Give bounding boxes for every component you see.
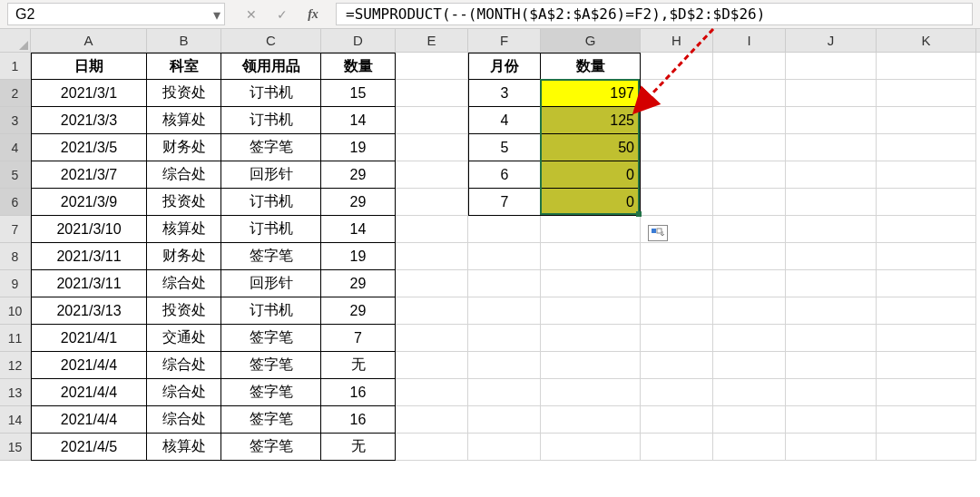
cell-F15[interactable] bbox=[468, 434, 541, 461]
cell-K14[interactable] bbox=[877, 406, 976, 434]
cell-F13[interactable] bbox=[468, 379, 541, 406]
cell-K5[interactable] bbox=[877, 161, 976, 189]
cell-D3[interactable]: 14 bbox=[321, 107, 396, 134]
spreadsheet-grid[interactable]: A B C D E F G H I J K 1日期科室领用用品数量月份数量220… bbox=[0, 29, 980, 461]
cell-G11[interactable] bbox=[541, 325, 641, 352]
row-header[interactable]: 3 bbox=[0, 107, 31, 134]
cell-B6[interactable]: 投资处 bbox=[147, 189, 221, 216]
cell-B5[interactable]: 综合处 bbox=[147, 161, 221, 189]
row-header[interactable]: 8 bbox=[0, 243, 31, 270]
cell-C8[interactable]: 签字笔 bbox=[221, 243, 321, 270]
cell-C9[interactable]: 回形针 bbox=[221, 270, 321, 297]
cell-G5[interactable]: 0 bbox=[541, 161, 641, 189]
cell-K3[interactable] bbox=[877, 107, 976, 134]
cell-A6[interactable]: 2021/3/9 bbox=[31, 189, 147, 216]
cell-C6[interactable]: 订书机 bbox=[221, 189, 321, 216]
row-header[interactable]: 6 bbox=[0, 189, 31, 216]
cell-F9[interactable] bbox=[468, 270, 541, 297]
cell-F10[interactable] bbox=[468, 297, 541, 325]
cell-I14[interactable] bbox=[713, 406, 786, 434]
cell-I2[interactable] bbox=[713, 80, 786, 107]
cell-C2[interactable]: 订书机 bbox=[221, 80, 321, 107]
cell-I15[interactable] bbox=[713, 434, 786, 461]
col-header-K[interactable]: K bbox=[877, 29, 976, 52]
cell-B14[interactable]: 综合处 bbox=[147, 406, 221, 434]
cell-D13[interactable]: 16 bbox=[321, 379, 396, 406]
cell-C15[interactable]: 签字笔 bbox=[221, 434, 321, 461]
cell-B11[interactable]: 交通处 bbox=[147, 325, 221, 352]
cell-E14[interactable] bbox=[396, 406, 468, 434]
cell-C11[interactable]: 签字笔 bbox=[221, 325, 321, 352]
cell-I1[interactable] bbox=[713, 53, 786, 80]
row-header[interactable]: 12 bbox=[0, 352, 31, 379]
cell-K1[interactable] bbox=[877, 53, 976, 80]
cell-B7[interactable]: 核算处 bbox=[147, 216, 221, 243]
cell-K8[interactable] bbox=[877, 243, 976, 270]
fx-icon[interactable]: fx bbox=[305, 7, 321, 22]
cell-F2[interactable]: 3 bbox=[468, 80, 541, 107]
cell-A4[interactable]: 2021/3/5 bbox=[31, 134, 147, 161]
cell-E2[interactable] bbox=[396, 80, 468, 107]
cell-F5[interactable]: 6 bbox=[468, 161, 541, 189]
cell-H15[interactable] bbox=[641, 434, 713, 461]
cell-I6[interactable] bbox=[713, 189, 786, 216]
row-header[interactable]: 14 bbox=[0, 406, 31, 434]
cell-C12[interactable]: 签字笔 bbox=[221, 352, 321, 379]
col-header-E[interactable]: E bbox=[396, 29, 468, 52]
cell-E7[interactable] bbox=[396, 216, 468, 243]
cell-D2[interactable]: 15 bbox=[321, 80, 396, 107]
name-box[interactable]: G2 ▾ bbox=[7, 3, 225, 25]
cell-J10[interactable] bbox=[786, 297, 877, 325]
cell-J3[interactable] bbox=[786, 107, 877, 134]
cell-F12[interactable] bbox=[468, 352, 541, 379]
cell-J9[interactable] bbox=[786, 270, 877, 297]
cell-A7[interactable]: 2021/3/10 bbox=[31, 216, 147, 243]
cell-I9[interactable] bbox=[713, 270, 786, 297]
cell-G1[interactable]: 数量 bbox=[541, 53, 641, 80]
cell-C10[interactable]: 订书机 bbox=[221, 297, 321, 325]
cell-I13[interactable] bbox=[713, 379, 786, 406]
row-header[interactable]: 15 bbox=[0, 434, 31, 461]
cell-A14[interactable]: 2021/4/4 bbox=[31, 406, 147, 434]
cell-D6[interactable]: 29 bbox=[321, 189, 396, 216]
cell-K9[interactable] bbox=[877, 270, 976, 297]
cell-G10[interactable] bbox=[541, 297, 641, 325]
cell-G3[interactable]: 125 bbox=[541, 107, 641, 134]
cell-E12[interactable] bbox=[396, 352, 468, 379]
cell-J11[interactable] bbox=[786, 325, 877, 352]
cell-H8[interactable] bbox=[641, 243, 713, 270]
cell-F8[interactable] bbox=[468, 243, 541, 270]
cell-K7[interactable] bbox=[877, 216, 976, 243]
cell-C7[interactable]: 订书机 bbox=[221, 216, 321, 243]
cell-F4[interactable]: 5 bbox=[468, 134, 541, 161]
cell-H1[interactable] bbox=[641, 53, 713, 80]
cell-K6[interactable] bbox=[877, 189, 976, 216]
cell-G8[interactable] bbox=[541, 243, 641, 270]
cell-H11[interactable] bbox=[641, 325, 713, 352]
cell-D8[interactable]: 19 bbox=[321, 243, 396, 270]
autofill-options-button[interactable] bbox=[648, 225, 668, 241]
cell-F14[interactable] bbox=[468, 406, 541, 434]
cell-C1[interactable]: 领用用品 bbox=[221, 53, 321, 80]
cell-B9[interactable]: 综合处 bbox=[147, 270, 221, 297]
row-header[interactable]: 10 bbox=[0, 297, 31, 325]
cell-A1[interactable]: 日期 bbox=[31, 53, 147, 80]
cell-I5[interactable] bbox=[713, 161, 786, 189]
cell-D15[interactable]: 无 bbox=[321, 434, 396, 461]
cell-B3[interactable]: 核算处 bbox=[147, 107, 221, 134]
cell-B15[interactable]: 核算处 bbox=[147, 434, 221, 461]
cell-I11[interactable] bbox=[713, 325, 786, 352]
col-header-D[interactable]: D bbox=[321, 29, 396, 52]
cell-K12[interactable] bbox=[877, 352, 976, 379]
cell-E4[interactable] bbox=[396, 134, 468, 161]
cell-B8[interactable]: 财务处 bbox=[147, 243, 221, 270]
cell-B10[interactable]: 投资处 bbox=[147, 297, 221, 325]
cell-F3[interactable]: 4 bbox=[468, 107, 541, 134]
cell-K2[interactable] bbox=[877, 80, 976, 107]
cell-I3[interactable] bbox=[713, 107, 786, 134]
cell-K4[interactable] bbox=[877, 134, 976, 161]
cell-G4[interactable]: 50 bbox=[541, 134, 641, 161]
cell-D5[interactable]: 29 bbox=[321, 161, 396, 189]
cell-E1[interactable] bbox=[396, 53, 468, 80]
cell-D4[interactable]: 19 bbox=[321, 134, 396, 161]
